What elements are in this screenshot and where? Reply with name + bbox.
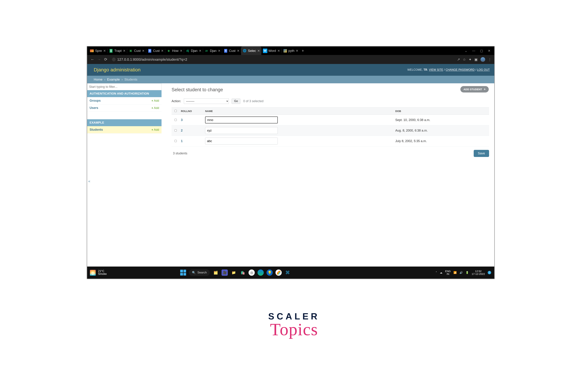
minimize-button[interactable]: —: [472, 49, 475, 53]
sidebar-filter-input[interactable]: [87, 83, 161, 90]
add-link[interactable]: +Add: [151, 99, 159, 102]
sidebar-item-label[interactable]: Users: [90, 106, 98, 110]
crumb-app[interactable]: Example: [107, 78, 120, 81]
sheets-icon: [109, 49, 113, 53]
extensions-icon[interactable]: ✦: [469, 57, 471, 62]
tab-word[interactable]: WWord✕: [261, 46, 281, 55]
file-explorer-icon[interactable]: 📁: [231, 270, 237, 276]
taskbar-weather[interactable]: 🌅 21°CSmoke: [89, 270, 107, 276]
sidebar-section-example: EXAMPLE: [87, 119, 161, 126]
view-site-link[interactable]: VIEW SITE: [429, 68, 443, 71]
rollno-link[interactable]: 1: [181, 139, 183, 143]
close-icon[interactable]: ✕: [123, 49, 125, 53]
add-student-button[interactable]: ADD STUDENT +: [460, 86, 489, 93]
sidebar-collapse-toggle[interactable]: «: [88, 179, 90, 184]
tab-doc-cust2[interactable]: Cust✕: [222, 46, 241, 55]
close-icon[interactable]: ✕: [295, 49, 298, 53]
close-icon[interactable]: ✕: [218, 49, 221, 53]
browser-address-bar: ← → ⟳ ⓘ 127.0.0.1:8000/admin/example/stu…: [87, 55, 494, 64]
logout-link[interactable]: LOG OUT: [477, 68, 490, 71]
crumb-current: Students: [124, 78, 137, 81]
col-rollno[interactable]: ROLLNO: [180, 107, 204, 115]
tab-select-student[interactable]: 🌐Selec✕: [241, 46, 261, 55]
tab-python[interactable]: pyth✕: [282, 46, 300, 55]
close-window-button[interactable]: ✕: [488, 49, 490, 53]
close-icon[interactable]: ✕: [257, 49, 260, 53]
clock[interactable]: 12:5217-12-2022: [471, 270, 485, 276]
close-icon[interactable]: ✕: [180, 49, 182, 53]
kebab-menu-icon[interactable]: ⋮: [488, 57, 491, 62]
wifi-icon[interactable]: 📶: [454, 271, 457, 274]
vscode-icon[interactable]: ⌘: [284, 270, 291, 276]
edge-icon[interactable]: [257, 270, 264, 276]
share-icon[interactable]: ↗: [457, 57, 460, 62]
rollno-link[interactable]: 3: [181, 118, 183, 122]
tab-drive-cust[interactable]: ▣Cust✕: [127, 46, 146, 55]
change-password-link[interactable]: CHANGE PASSWORD: [446, 68, 475, 71]
action-select[interactable]: ---------: [184, 98, 229, 104]
crumb-home[interactable]: Home: [94, 78, 103, 81]
tab-django-green[interactable]: ӕDjan✕: [203, 46, 222, 55]
maximize-button[interactable]: ▢: [480, 49, 483, 53]
task-view-icon[interactable]: 🗂️: [213, 270, 219, 276]
select-all-checkbox[interactable]: [174, 110, 177, 112]
col-name[interactable]: NAME: [204, 107, 394, 115]
language-indicator[interactable]: ENGIN: [445, 270, 451, 276]
close-icon[interactable]: ✕: [236, 49, 239, 53]
sidepanel-icon[interactable]: ▣: [474, 57, 478, 62]
tray-overflow-icon[interactable]: ˄: [436, 271, 437, 274]
admin-brand[interactable]: Django administration: [94, 67, 141, 73]
name-input[interactable]: [205, 138, 278, 145]
url-input[interactable]: ⓘ 127.0.0.1:8000/admin/example/student/?…: [110, 56, 455, 63]
reload-button[interactable]: ⟳: [103, 57, 108, 62]
start-button[interactable]: [180, 270, 186, 276]
close-icon[interactable]: ✕: [199, 49, 202, 53]
save-button[interactable]: Save: [474, 150, 489, 157]
store-icon[interactable]: 🛍️: [239, 270, 246, 276]
admin-sidebar: AUTHENTICATION AND AUTHORIZATION Groups …: [87, 83, 161, 267]
sidebar-item-groups[interactable]: Groups +Add: [87, 97, 161, 104]
brave-icon[interactable]: ◎: [248, 270, 255, 276]
col-dob[interactable]: DOB: [394, 107, 489, 115]
forward-button[interactable]: →: [97, 57, 102, 62]
bookmark-star-icon[interactable]: ☆: [463, 57, 466, 62]
tips-icon[interactable]: 💡: [266, 270, 273, 276]
chrome-icon[interactable]: 🌈: [275, 270, 282, 276]
tab-sheet[interactable]: Trapt✕: [107, 46, 127, 55]
profile-avatar[interactable]: [480, 57, 485, 62]
volume-icon[interactable]: 🔊: [460, 271, 463, 274]
chevron-down-icon[interactable]: ⌄: [465, 49, 467, 53]
close-icon[interactable]: ✕: [103, 49, 106, 53]
teams-icon[interactable]: 🎥: [222, 270, 228, 276]
rollno-link[interactable]: 2: [181, 129, 183, 132]
add-link[interactable]: +Add: [151, 106, 159, 110]
sidebar-item-label[interactable]: Students: [90, 128, 103, 132]
row-checkbox[interactable]: [174, 119, 177, 121]
row-checkbox[interactable]: [174, 140, 177, 142]
sidebar-item-users[interactable]: Users +Add: [87, 104, 161, 112]
tab-doc-cust[interactable]: Cust✕: [146, 46, 165, 55]
name-input[interactable]: [205, 127, 278, 134]
row-checkbox[interactable]: [174, 129, 177, 132]
tab-django-docs[interactable]: djDjan✕: [184, 46, 203, 55]
name-input[interactable]: [205, 116, 278, 123]
back-button[interactable]: ←: [90, 57, 95, 62]
notification-badge[interactable]: 2: [488, 271, 491, 274]
close-icon[interactable]: ✕: [277, 49, 280, 53]
close-icon[interactable]: ✕: [161, 49, 164, 53]
new-tab-button[interactable]: +: [300, 49, 306, 53]
sidebar-section-auth: AUTHENTICATION AND AUTHORIZATION: [87, 90, 161, 97]
onedrive-icon[interactable]: ☁: [440, 271, 442, 274]
site-info-icon[interactable]: ⓘ: [112, 58, 116, 61]
add-link[interactable]: +Add: [151, 128, 159, 132]
close-icon[interactable]: ✕: [142, 49, 145, 53]
tab-gmail[interactable]: Spre✕: [88, 46, 107, 55]
battery-icon[interactable]: 🔋: [466, 271, 469, 274]
taskbar-search[interactable]: 🔍Search: [189, 269, 210, 276]
sidebar-item-label[interactable]: Groups: [90, 99, 101, 102]
go-button[interactable]: Go: [232, 98, 240, 104]
drive-icon: ▣: [128, 49, 133, 53]
sidebar-item-students[interactable]: Students +Add: [87, 126, 161, 133]
page-title: Select student to change: [172, 87, 489, 93]
tab-how[interactable]: ◆How✕: [165, 46, 184, 55]
